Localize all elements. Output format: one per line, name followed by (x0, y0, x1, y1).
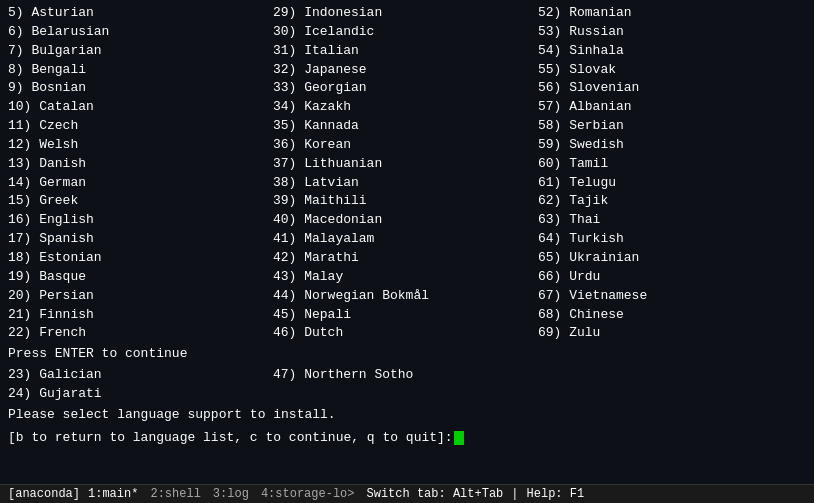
column-3: 52) Romanian 53) Russian 54) Sinhala 55)… (538, 4, 803, 343)
lang-item: 33) Georgian (273, 79, 538, 98)
lang-item: 54) Sinhala (538, 42, 803, 61)
help-hint: Help: F1 (527, 487, 585, 501)
bottom-bar: [anaconda] 1:main* 2:shell 3:log 4:stora… (0, 484, 814, 503)
main-columns: 5) Asturian 6) Belarusian 7) Bulgarian 8… (8, 4, 806, 343)
lang-item: 64) Turkish (538, 230, 803, 249)
lang-item: 55) Slovak (538, 61, 803, 80)
lang-item: 6) Belarusian (8, 23, 273, 42)
lang-item: 65) Ukrainian (538, 249, 803, 268)
lang-item: 46) Dutch (273, 324, 538, 343)
lang-item: 63) Thai (538, 211, 803, 230)
lang-item: 9) Bosnian (8, 79, 273, 98)
lang-item: 43) Malay (273, 268, 538, 287)
extra-col2: 47) Northern Sotho (273, 366, 538, 404)
lang-item: 35) Kannada (273, 117, 538, 136)
lang-item: 47) Northern Sotho (273, 366, 538, 385)
lang-item: 60) Tamil (538, 155, 803, 174)
lang-item: 52) Romanian (538, 4, 803, 23)
lang-item: 19) Basque (8, 268, 273, 287)
lang-item: 34) Kazakh (273, 98, 538, 117)
lang-item: 11) Czech (8, 117, 273, 136)
lang-item: 58) Serbian (538, 117, 803, 136)
lang-item: 20) Persian (8, 287, 273, 306)
lang-item: 44) Norwegian Bokmål (273, 287, 538, 306)
separator: | (511, 487, 518, 501)
lang-item: 32) Japanese (273, 61, 538, 80)
lang-item: 45) Nepali (273, 306, 538, 325)
lang-item: 67) Vietnamese (538, 287, 803, 306)
extra-col1: 23) Galician 24) Gujarati (8, 366, 273, 404)
lang-item: 69) Zulu (538, 324, 803, 343)
lang-item: 23) Galician (8, 366, 273, 385)
lang-item: 57) Albanian (538, 98, 803, 117)
lang-item: 68) Chinese (538, 306, 803, 325)
lang-item: 38) Latvian (273, 174, 538, 193)
lang-item: 14) German (8, 174, 273, 193)
lang-item: 61) Telugu (538, 174, 803, 193)
column-2: 29) Indonesian 30) Icelandic 31) Italian… (273, 4, 538, 343)
lang-item: 56) Slovenian (538, 79, 803, 98)
lang-item: 12) Welsh (8, 136, 273, 155)
lang-item: 13) Danish (8, 155, 273, 174)
lang-item: 16) English (8, 211, 273, 230)
lang-item: 18) Estonian (8, 249, 273, 268)
content-area: 5) Asturian 6) Belarusian 7) Bulgarian 8… (8, 4, 806, 480)
lang-item: 40) Macedonian (273, 211, 538, 230)
lang-item: 59) Swedish (538, 136, 803, 155)
anaconda-label: [anaconda] (8, 487, 80, 501)
lang-item: 53) Russian (538, 23, 803, 42)
cursor-block (454, 431, 464, 445)
extra-rows: 23) Galician 24) Gujarati 47) Northern S… (8, 366, 806, 404)
lang-item: 66) Urdu (538, 268, 803, 287)
press-enter-line: Press ENTER to continue (8, 345, 806, 364)
column-1: 5) Asturian 6) Belarusian 7) Bulgarian 8… (8, 4, 273, 343)
switch-hint: Switch tab: Alt+Tab (367, 487, 504, 501)
input-prompt-text: [b to return to language list, c to cont… (8, 429, 453, 448)
lang-item: 36) Korean (273, 136, 538, 155)
lang-item: 24) Gujarati (8, 385, 273, 404)
lang-item: 62) Tajik (538, 192, 803, 211)
lang-item: 10) Catalan (8, 98, 273, 117)
lang-item: 8) Bengali (8, 61, 273, 80)
lang-item: 39) Maithili (273, 192, 538, 211)
lang-item: 42) Marathi (273, 249, 538, 268)
terminal: 5) Asturian 6) Belarusian 7) Bulgarian 8… (0, 0, 814, 484)
tab-1[interactable]: 1:main* (88, 487, 138, 501)
lang-item: 41) Malayalam (273, 230, 538, 249)
lang-item: 21) Finnish (8, 306, 273, 325)
lang-item: 30) Icelandic (273, 23, 538, 42)
lang-item: 7) Bulgarian (8, 42, 273, 61)
input-line[interactable]: [b to return to language list, c to cont… (8, 429, 806, 448)
lang-item: 29) Indonesian (273, 4, 538, 23)
tab-3[interactable]: 3:log (213, 487, 249, 501)
tab-2[interactable]: 2:shell (150, 487, 200, 501)
lang-item: 31) Italian (273, 42, 538, 61)
tab-4[interactable]: 4:storage-lo> (261, 487, 355, 501)
lang-item: 15) Greek (8, 192, 273, 211)
select-prompt: Please select language support to instal… (8, 406, 806, 425)
lang-item: 22) French (8, 324, 273, 343)
lang-item: 5) Asturian (8, 4, 273, 23)
lang-item: 17) Spanish (8, 230, 273, 249)
lang-item: 37) Lithuanian (273, 155, 538, 174)
